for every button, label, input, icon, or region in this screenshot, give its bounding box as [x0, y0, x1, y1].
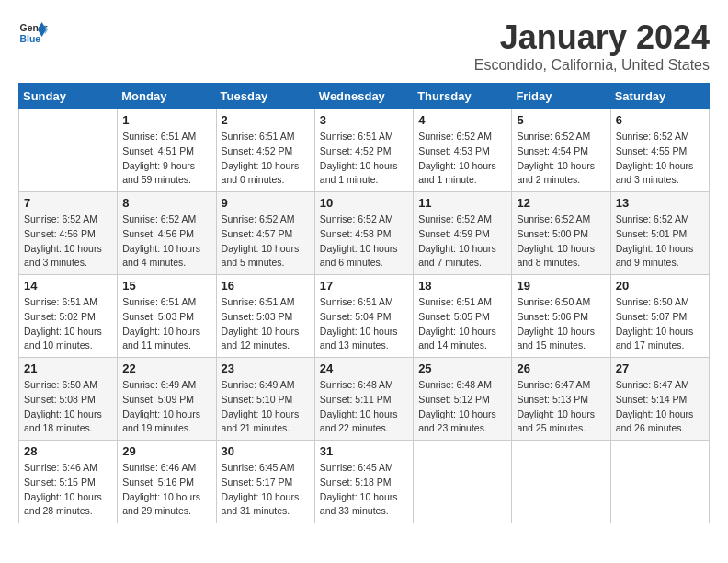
calendar-day-cell: 5Sunrise: 6:52 AMSunset: 4:54 PMDaylight… [512, 109, 610, 192]
day-number: 14 [24, 279, 112, 293]
day-info: Sunrise: 6:52 AMSunset: 4:55 PMDaylight:… [616, 130, 704, 188]
day-number: 31 [320, 444, 408, 458]
day-info: Sunrise: 6:51 AMSunset: 5:04 PMDaylight:… [320, 295, 408, 353]
day-number: 22 [122, 362, 210, 375]
calendar-day-cell: 27Sunrise: 6:47 AMSunset: 5:14 PMDayligh… [610, 358, 709, 441]
day-info: Sunrise: 6:52 AMSunset: 4:56 PMDaylight:… [122, 213, 210, 270]
day-info: Sunrise: 6:51 AMSunset: 4:52 PMDaylight:… [320, 130, 408, 188]
calendar-header-day: Friday [512, 84, 610, 109]
day-info: Sunrise: 6:52 AMSunset: 4:54 PMDaylight:… [517, 130, 605, 188]
day-number: 26 [517, 362, 605, 375]
day-info: Sunrise: 6:48 AMSunset: 5:11 PMDaylight:… [320, 378, 408, 436]
calendar-week-row: 14Sunrise: 6:51 AMSunset: 5:02 PMDayligh… [19, 275, 710, 358]
day-info: Sunrise: 6:50 AMSunset: 5:08 PMDaylight:… [24, 378, 112, 436]
calendar-day-cell: 21Sunrise: 6:50 AMSunset: 5:08 PMDayligh… [19, 358, 118, 441]
day-number: 15 [122, 279, 210, 293]
calendar-day-cell: 22Sunrise: 6:49 AMSunset: 5:09 PMDayligh… [118, 358, 216, 441]
calendar-day-cell: 18Sunrise: 6:51 AMSunset: 5:05 PMDayligh… [414, 275, 512, 358]
calendar-week-row: 7Sunrise: 6:52 AMSunset: 4:56 PMDaylight… [19, 192, 710, 275]
day-info: Sunrise: 6:47 AMSunset: 5:13 PMDaylight:… [517, 378, 605, 436]
day-info: Sunrise: 6:49 AMSunset: 5:10 PMDaylight:… [222, 378, 310, 436]
day-info: Sunrise: 6:51 AMSunset: 5:03 PMDaylight:… [122, 295, 210, 353]
day-info: Sunrise: 6:52 AMSunset: 4:59 PMDaylight:… [418, 213, 506, 270]
day-number: 8 [122, 196, 210, 210]
day-info: Sunrise: 6:46 AMSunset: 5:16 PMDaylight:… [122, 461, 210, 519]
calendar-header-day: Tuesday [216, 84, 314, 109]
day-number: 5 [517, 113, 605, 127]
calendar-day-cell: 10Sunrise: 6:52 AMSunset: 4:58 PMDayligh… [314, 192, 413, 275]
calendar-header-day: Monday [118, 84, 216, 109]
day-info: Sunrise: 6:50 AMSunset: 5:06 PMDaylight:… [517, 295, 605, 353]
day-number: 21 [24, 362, 112, 375]
day-number: 24 [320, 362, 408, 375]
day-info: Sunrise: 6:52 AMSunset: 4:58 PMDaylight:… [320, 213, 408, 270]
day-info: Sunrise: 6:45 AMSunset: 5:18 PMDaylight:… [320, 461, 408, 519]
day-number: 28 [24, 444, 112, 458]
day-info: Sunrise: 6:52 AMSunset: 5:00 PMDaylight:… [517, 213, 605, 270]
day-info: Sunrise: 6:49 AMSunset: 5:09 PMDaylight:… [122, 378, 210, 436]
day-info: Sunrise: 6:51 AMSunset: 4:51 PMDaylight:… [122, 130, 210, 188]
page-header: General Blue January 2024 Escondido, Cal… [18, 18, 710, 74]
day-number: 19 [517, 279, 605, 293]
day-info: Sunrise: 6:52 AMSunset: 4:57 PMDaylight:… [222, 213, 310, 270]
calendar-day-cell: 30Sunrise: 6:45 AMSunset: 5:17 PMDayligh… [216, 441, 314, 523]
calendar-week-row: 28Sunrise: 6:46 AMSunset: 5:15 PMDayligh… [19, 441, 710, 523]
calendar-header-day: Wednesday [314, 84, 413, 109]
calendar-day-cell: 24Sunrise: 6:48 AMSunset: 5:11 PMDayligh… [314, 358, 413, 441]
calendar-day-cell: 3Sunrise: 6:51 AMSunset: 4:52 PMDaylight… [314, 109, 413, 192]
calendar-day-cell: 1Sunrise: 6:51 AMSunset: 4:51 PMDaylight… [118, 109, 216, 192]
day-number: 10 [320, 196, 408, 210]
day-number: 7 [24, 196, 112, 210]
calendar-day-cell: 9Sunrise: 6:52 AMSunset: 4:57 PMDaylight… [216, 192, 314, 275]
day-number: 2 [222, 113, 310, 127]
logo-icon: General Blue [18, 18, 48, 48]
day-info: Sunrise: 6:51 AMSunset: 5:02 PMDaylight:… [24, 295, 112, 353]
calendar-day-cell: 26Sunrise: 6:47 AMSunset: 5:13 PMDayligh… [512, 358, 610, 441]
calendar-week-row: 21Sunrise: 6:50 AMSunset: 5:08 PMDayligh… [19, 358, 710, 441]
day-info: Sunrise: 6:47 AMSunset: 5:14 PMDaylight:… [616, 378, 704, 436]
calendar-day-cell [610, 441, 709, 523]
calendar-day-cell: 29Sunrise: 6:46 AMSunset: 5:16 PMDayligh… [118, 441, 216, 523]
day-number: 6 [616, 113, 704, 127]
calendar-header-day: Saturday [610, 84, 709, 109]
day-number: 25 [418, 362, 506, 375]
day-info: Sunrise: 6:52 AMSunset: 4:56 PMDaylight:… [24, 213, 112, 270]
calendar-day-cell: 25Sunrise: 6:48 AMSunset: 5:12 PMDayligh… [414, 358, 512, 441]
calendar-day-cell [414, 441, 512, 523]
day-number: 11 [418, 196, 506, 210]
logo: General Blue [18, 18, 48, 48]
calendar-day-cell: 2Sunrise: 6:51 AMSunset: 4:52 PMDaylight… [216, 109, 314, 192]
calendar-day-cell: 7Sunrise: 6:52 AMSunset: 4:56 PMDaylight… [19, 192, 118, 275]
calendar-header-row: SundayMondayTuesdayWednesdayThursdayFrid… [19, 84, 710, 109]
day-number: 1 [122, 113, 210, 127]
day-number: 3 [320, 113, 408, 127]
day-info: Sunrise: 6:52 AMSunset: 5:01 PMDaylight:… [616, 213, 704, 270]
day-info: Sunrise: 6:51 AMSunset: 4:52 PMDaylight:… [222, 130, 310, 188]
day-info: Sunrise: 6:50 AMSunset: 5:07 PMDaylight:… [616, 295, 704, 353]
day-info: Sunrise: 6:45 AMSunset: 5:17 PMDaylight:… [222, 461, 310, 519]
calendar-day-cell: 4Sunrise: 6:52 AMSunset: 4:53 PMDaylight… [414, 109, 512, 192]
calendar-header-day: Thursday [414, 84, 512, 109]
month-title: January 2024 [474, 18, 710, 57]
calendar-day-cell: 20Sunrise: 6:50 AMSunset: 5:07 PMDayligh… [610, 275, 709, 358]
calendar-day-cell [512, 441, 610, 523]
day-number: 23 [222, 362, 310, 375]
calendar-day-cell: 15Sunrise: 6:51 AMSunset: 5:03 PMDayligh… [118, 275, 216, 358]
day-info: Sunrise: 6:46 AMSunset: 5:15 PMDaylight:… [24, 461, 112, 519]
location-subtitle: Escondido, California, United States [474, 57, 710, 74]
day-number: 4 [418, 113, 506, 127]
calendar-header-day: Sunday [19, 84, 118, 109]
calendar-day-cell: 12Sunrise: 6:52 AMSunset: 5:00 PMDayligh… [512, 192, 610, 275]
day-info: Sunrise: 6:51 AMSunset: 5:05 PMDaylight:… [418, 295, 506, 353]
calendar-day-cell: 13Sunrise: 6:52 AMSunset: 5:01 PMDayligh… [610, 192, 709, 275]
day-number: 17 [320, 279, 408, 293]
day-number: 29 [122, 444, 210, 458]
calendar-day-cell: 28Sunrise: 6:46 AMSunset: 5:15 PMDayligh… [19, 441, 118, 523]
calendar-day-cell: 8Sunrise: 6:52 AMSunset: 4:56 PMDaylight… [118, 192, 216, 275]
calendar-table: SundayMondayTuesdayWednesdayThursdayFrid… [18, 83, 710, 523]
day-number: 12 [517, 196, 605, 210]
calendar-day-cell: 17Sunrise: 6:51 AMSunset: 5:04 PMDayligh… [314, 275, 413, 358]
calendar-week-row: 1Sunrise: 6:51 AMSunset: 4:51 PMDaylight… [19, 109, 710, 192]
day-info: Sunrise: 6:51 AMSunset: 5:03 PMDaylight:… [222, 295, 310, 353]
day-info: Sunrise: 6:48 AMSunset: 5:12 PMDaylight:… [418, 378, 506, 436]
